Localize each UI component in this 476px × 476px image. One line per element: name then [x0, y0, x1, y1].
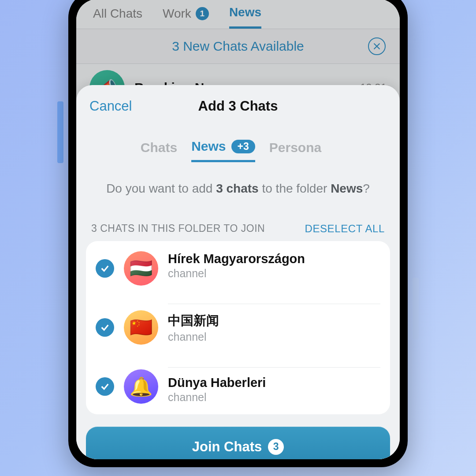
tab-label: Persona [269, 140, 321, 155]
list-item-content: Dünya Haberleri channel [168, 367, 380, 406]
channel-title: 中国新闻 [168, 312, 380, 330]
prompt-text: Do you want to add 3 chats to the folder… [97, 180, 379, 198]
list-header: 3 CHATS IN THIS FOLDER TO JOIN DESELECT … [76, 198, 400, 241]
join-count-badge: 3 [268, 439, 284, 455]
list-item-content: Hírek Magyarországon channel [168, 249, 380, 288]
sheet-tab-chats[interactable]: Chats [141, 139, 177, 162]
avatar-flag-hungary-icon: 🇭🇺 [124, 251, 158, 286]
phone-frame: All Chats Work 1 News 3 New Chats Availa… [68, 0, 408, 467]
sheet-tab-news[interactable]: News +3 [191, 139, 255, 162]
checkmark-icon[interactable] [96, 377, 114, 396]
channel-title: Hírek Magyarországon [168, 252, 380, 266]
tab-label: Chats [141, 140, 177, 155]
avatar-bell-icon: 🔔 [124, 369, 158, 404]
chat-list: 🇭🇺 Hírek Magyarországon channel 🇨🇳 中国新闻 … [86, 241, 390, 414]
add-chats-sheet: Cancel Add 3 Chats Chats News +3 Persona… [76, 85, 400, 459]
sheet-tab-bar: Chats News +3 Persona [76, 139, 400, 162]
list-header-label: 3 CHATS IN THIS FOLDER TO JOIN [91, 223, 265, 234]
channel-subtitle: channel [168, 331, 380, 343]
phone-screen: All Chats Work 1 News 3 New Chats Availa… [76, 0, 400, 459]
count-pill: +3 [231, 140, 255, 153]
checkmark-icon[interactable] [96, 318, 114, 337]
list-item-content: 中国新闻 channel [168, 304, 380, 351]
cancel-button[interactable]: Cancel [89, 98, 132, 114]
sheet-title: Add 3 Chats [198, 98, 278, 114]
join-chats-button[interactable]: Join Chats 3 [86, 427, 390, 459]
avatar-flag-china-icon: 🇨🇳 [124, 310, 158, 345]
channel-title: Dünya Haberleri [168, 376, 380, 390]
join-button-label: Join Chats [192, 439, 262, 455]
checkmark-icon[interactable] [96, 259, 114, 278]
list-item[interactable]: 🔔 Dünya Haberleri channel [86, 359, 390, 414]
deselect-all-button[interactable]: DESELECT ALL [305, 223, 385, 235]
list-item[interactable]: 🇭🇺 Hírek Magyarországon channel [86, 241, 390, 296]
tab-label: News [191, 139, 226, 154]
channel-subtitle: channel [168, 267, 380, 280]
decorative-stripe-left [57, 101, 63, 163]
channel-subtitle: channel [168, 391, 380, 404]
sheet-header: Cancel Add 3 Chats [76, 85, 400, 124]
sheet-tab-personal[interactable]: Persona [269, 139, 321, 162]
decorative-stripe-right [413, 278, 419, 339]
list-item[interactable]: 🇨🇳 中国新闻 channel [86, 296, 390, 359]
